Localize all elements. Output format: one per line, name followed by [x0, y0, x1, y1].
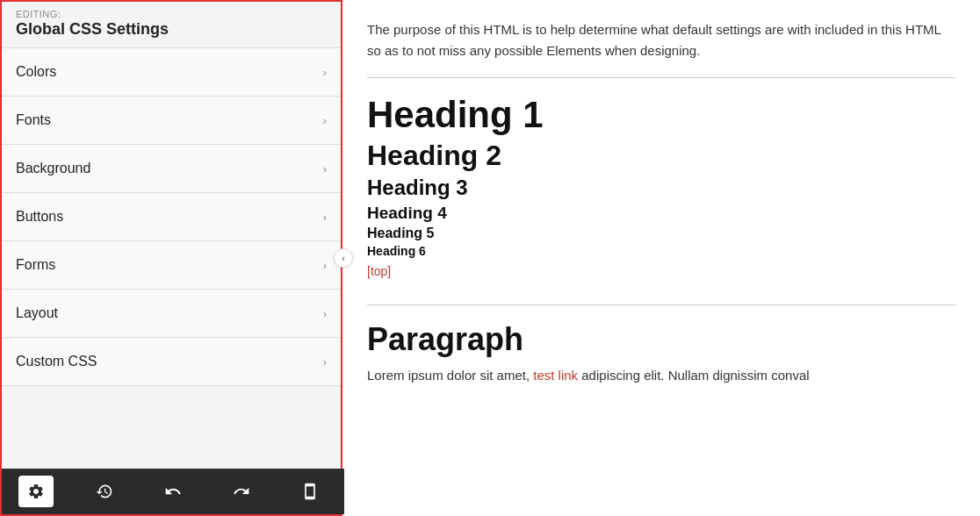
gear-icon [27, 483, 45, 500]
sidebar-menu-item-custom-css: Custom CSS › [2, 338, 341, 386]
sidebar-collapse-button[interactable]: ‹ [334, 248, 353, 268]
sidebar-item-label-colors: Colors [16, 64, 56, 80]
sidebar-item-background[interactable]: Background › [2, 145, 341, 192]
intro-paragraph: The purpose of this HTML is to help dete… [367, 19, 955, 78]
headings-section: Heading 1 Heading 2 Heading 3 Heading 4 … [367, 94, 955, 305]
sidebar-item-label-custom-css: Custom CSS [16, 354, 97, 369]
sidebar-item-layout[interactable]: Layout › [2, 290, 341, 337]
intro-text: The purpose of this HTML is to help dete… [367, 22, 940, 58]
sidebar-item-label-forms: Forms [16, 257, 55, 273]
test-link[interactable]: test link [533, 368, 578, 383]
sidebar-menu-item-layout: Layout › [2, 290, 341, 338]
heading-4-demo: Heading 4 [367, 204, 955, 223]
sidebar-item-colors[interactable]: Colors › [2, 48, 341, 96]
undo-button[interactable] [155, 476, 191, 507]
chevron-right-icon-fonts: › [323, 114, 327, 127]
collapse-icon: ‹ [342, 253, 345, 263]
mobile-icon [301, 483, 319, 500]
sidebar-menu-item-fonts: Fonts › [2, 97, 341, 145]
bottom-toolbar [2, 469, 344, 514]
chevron-right-icon-colors: › [323, 66, 327, 79]
heading-2-demo: Heading 2 [367, 140, 955, 172]
heading-1-demo: Heading 1 [367, 94, 955, 136]
paragraph-title: Paragraph [367, 321, 955, 358]
sidebar-menu: Colors › Fonts › Background › Buttons › [2, 48, 341, 514]
undo-icon [164, 483, 182, 500]
history-button[interactable] [87, 476, 122, 507]
sidebar-item-fonts[interactable]: Fonts › [2, 97, 341, 144]
sidebar-menu-item-background: Background › [2, 145, 341, 193]
paragraph-body: Lorem ipsum dolor sit amet, test link ad… [367, 365, 955, 387]
sidebar: EDITING: Global CSS Settings Colors › Fo… [0, 0, 342, 516]
sidebar-item-label-buttons: Buttons [16, 209, 63, 225]
chevron-right-icon-custom-css: › [323, 355, 327, 369]
mobile-button[interactable] [292, 476, 328, 507]
history-icon [96, 483, 113, 500]
settings-button[interactable] [18, 476, 54, 507]
sidebar-menu-item-colors: Colors › [2, 48, 341, 97]
chevron-right-icon-buttons: › [323, 211, 327, 224]
sidebar-item-forms[interactable]: Forms › [2, 241, 341, 289]
paragraph-section: Paragraph Lorem ipsum dolor sit amet, te… [367, 321, 955, 387]
heading-3-demo: Heading 3 [367, 176, 955, 200]
paragraph-body-text: Lorem ipsum dolor sit amet, [367, 368, 533, 383]
main-content: The purpose of this HTML is to help dete… [342, 0, 980, 516]
sidebar-item-custom-css[interactable]: Custom CSS › [2, 338, 341, 385]
sidebar-menu-item-forms: Forms › [2, 241, 341, 290]
redo-icon [233, 483, 250, 500]
sidebar-item-label-fonts: Fonts [16, 112, 51, 128]
heading-5-demo: Heading 5 [367, 226, 955, 241]
sidebar-title: Global CSS Settings [16, 20, 327, 39]
paragraph-body-text-2: adipiscing elit. Nullam dignissim conval [578, 368, 809, 383]
sidebar-header: EDITING: Global CSS Settings [2, 2, 341, 48]
chevron-right-icon-forms: › [323, 259, 327, 272]
sidebar-item-label-background: Background [16, 161, 90, 176]
editing-label: EDITING: [16, 9, 327, 19]
sidebar-item-label-layout: Layout [16, 305, 58, 321]
top-link[interactable]: [top] [367, 264, 391, 278]
heading-6-demo: Heading 6 [367, 244, 955, 258]
chevron-right-icon-background: › [323, 162, 327, 176]
redo-button[interactable] [224, 476, 259, 507]
chevron-right-icon-layout: › [323, 307, 327, 320]
sidebar-menu-item-buttons: Buttons › [2, 193, 341, 241]
sidebar-item-buttons[interactable]: Buttons › [2, 193, 341, 240]
